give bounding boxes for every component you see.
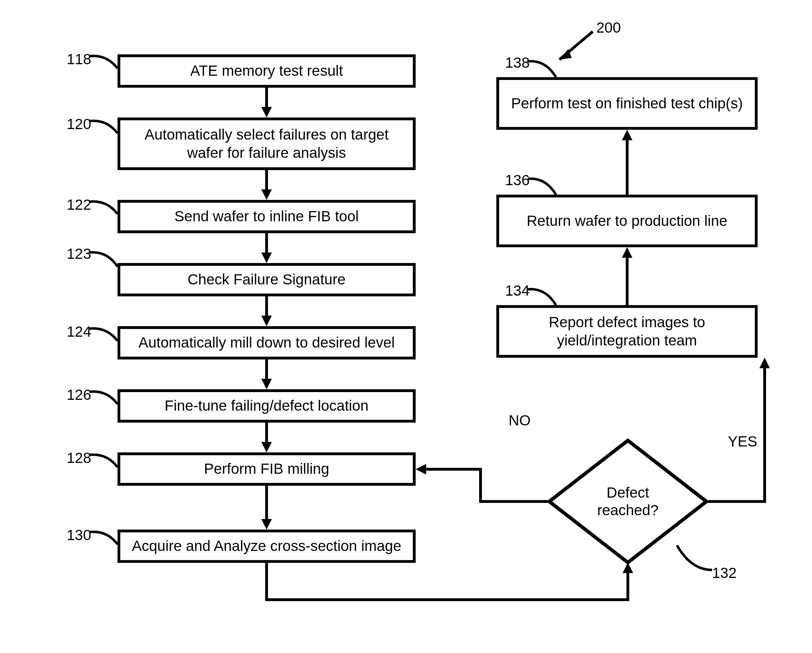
arrow-yes-join — [620, 358, 774, 379]
ref-124: 124 — [67, 323, 91, 340]
leader-138 — [528, 58, 559, 82]
svg-marker-12 — [261, 379, 272, 389]
node-130: Acquire and Analyze cross-section image — [118, 529, 416, 563]
svg-marker-22 — [416, 464, 426, 474]
ref-138: 138 — [505, 54, 530, 71]
node-136-text: Return wafer to production line — [527, 212, 728, 230]
svg-marker-8 — [261, 253, 272, 263]
leader-130 — [89, 528, 121, 549]
leader-122 — [89, 198, 121, 219]
node-123-text: Check Failure Signature — [188, 270, 346, 289]
ref-120: 120 — [67, 116, 91, 133]
ref-130: 130 — [67, 527, 91, 543]
ref-123: 123 — [67, 246, 91, 262]
arrow-132-yes-134 — [705, 358, 775, 505]
ref-134: 134 — [505, 282, 530, 299]
svg-marker-16 — [261, 519, 272, 529]
node-126: Fine-tune failing/defect location — [118, 389, 416, 423]
diamond-text-span: Defect reached? — [597, 484, 658, 518]
node-120: Automatically select failures on target … — [118, 117, 416, 170]
svg-marker-18 — [622, 130, 632, 140]
ref-126: 126 — [67, 386, 91, 403]
leader-124 — [89, 325, 121, 346]
leader-132 — [677, 545, 716, 574]
arrow-120-122 — [259, 170, 273, 201]
node-122: Send wafer to inline FIB tool — [118, 200, 416, 233]
ref-122: 122 — [67, 197, 91, 213]
node-128: Perform FIB milling — [118, 452, 416, 486]
node-134: Report defect images to yield/integratio… — [496, 305, 758, 358]
node-138: Perform test on finished test chip(s) — [496, 77, 758, 130]
node-128-text: Perform FIB milling — [204, 460, 329, 478]
leader-134 — [528, 286, 559, 310]
node-130-text: Acquire and Analyze cross-section image — [132, 537, 401, 555]
arrow-130-132 — [259, 561, 638, 607]
node-134-text: Report defect images to yield/integratio… — [506, 313, 748, 350]
node-120-text: Automatically select failures on target … — [127, 125, 406, 162]
node-136: Return wafer to production line — [496, 195, 758, 247]
svg-marker-20 — [622, 247, 632, 258]
node-124: Automatically mill down to desired level — [118, 326, 416, 360]
node-118: ATE memory test result — [118, 54, 416, 88]
leader-123 — [89, 249, 121, 270]
node-123: Check Failure Signature — [118, 263, 416, 296]
leader-128 — [89, 452, 121, 472]
ref-118: 118 — [67, 51, 91, 68]
arrow-132-no-128 — [416, 417, 556, 508]
node-122-text: Send wafer to inline FIB tool — [174, 207, 359, 226]
ref-128: 128 — [67, 450, 91, 467]
arrow-126-128 — [259, 423, 273, 454]
edge-yes-label: YES — [728, 433, 757, 450]
ref-200: 200 — [596, 19, 621, 36]
node-126-text: Fine-tune failing/defect location — [165, 397, 368, 415]
ref-136: 136 — [505, 172, 530, 189]
leader-120 — [89, 117, 121, 139]
arrow-136-138 — [620, 130, 634, 197]
leader-118 — [89, 53, 121, 74]
node-124-text: Automatically mill down to desired level — [139, 334, 395, 352]
arrow-118-120 — [259, 88, 273, 119]
arrow-123-124 — [259, 296, 273, 328]
node-118-text: ATE memory test result — [190, 62, 343, 80]
svg-marker-6 — [261, 189, 272, 200]
arrow-124-126 — [259, 360, 273, 391]
arrow-122-123 — [259, 233, 273, 265]
leader-126 — [89, 388, 121, 409]
arrow-134-136 — [620, 247, 634, 307]
node-138-text: Perform test on finished test chip(s) — [511, 95, 743, 113]
arrow-128-130 — [259, 486, 273, 531]
leader-136 — [528, 175, 559, 200]
edge-no-label: NO — [508, 412, 531, 429]
svg-marker-21 — [623, 563, 633, 573]
ref-132: 132 — [712, 565, 737, 581]
svg-marker-14 — [261, 442, 272, 452]
node-132-text: Defect reached? — [589, 484, 667, 519]
svg-marker-10 — [261, 316, 272, 326]
svg-marker-4 — [261, 107, 272, 117]
